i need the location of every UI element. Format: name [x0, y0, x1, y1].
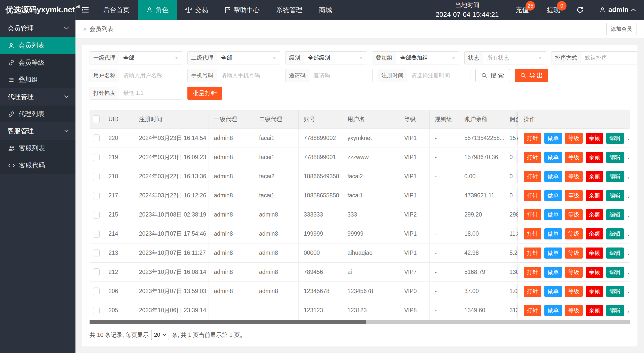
inject-button[interactable]: 打针	[524, 171, 541, 182]
more-actions-button[interactable]: ...	[627, 268, 630, 276]
phone-input[interactable]: 请输入手机号码	[217, 69, 280, 82]
balance-button[interactable]: 余额	[586, 133, 603, 144]
balance-button[interactable]: 余额	[586, 248, 603, 259]
level-button[interactable]: 等级	[565, 305, 583, 316]
row-checkbox[interactable]	[93, 249, 100, 257]
select-all-checkbox[interactable]	[93, 115, 100, 123]
status-select[interactable]: 所有状态▼	[483, 52, 546, 64]
horizontal-scrollbar[interactable]	[90, 320, 630, 324]
refresh-button[interactable]	[569, 0, 591, 20]
order-button[interactable]: 做单	[544, 171, 562, 182]
username-input[interactable]: 请输入用户名称	[119, 69, 182, 82]
nav-item-trade[interactable]: 交易	[177, 0, 216, 20]
more-actions-button[interactable]: ...	[627, 211, 630, 219]
edit-button[interactable]: 编辑	[606, 171, 624, 182]
level-button[interactable]: 等级	[565, 228, 583, 239]
level-button[interactable]: 等级	[565, 133, 583, 144]
order-button[interactable]: 做单	[544, 305, 562, 316]
search-button[interactable]: 搜 索	[475, 69, 510, 82]
inject-button[interactable]: 打针	[524, 133, 541, 144]
level-button[interactable]: 等级	[565, 190, 583, 201]
collapse-sidebar-button[interactable]	[75, 0, 95, 20]
sidebar-group-member-mgmt[interactable]: 会员管理	[0, 20, 75, 37]
row-checkbox[interactable]	[93, 192, 100, 199]
more-actions-button[interactable]: ...	[627, 306, 630, 314]
edit-button[interactable]: 编辑	[606, 209, 624, 220]
balance-button[interactable]: 余额	[586, 228, 603, 239]
edit-button[interactable]: 编辑	[606, 190, 624, 201]
more-actions-button[interactable]: ...	[627, 172, 630, 180]
batch-inject-button[interactable]: 批量打针	[187, 87, 222, 100]
level-button[interactable]: 等级	[565, 248, 583, 259]
sidebar-item-service-list[interactable]: 客服列表	[0, 139, 75, 157]
level-select[interactable]: 全部级别▼	[304, 52, 367, 64]
order-button[interactable]: 做单	[544, 248, 562, 259]
inject-button[interactable]: 打针	[524, 305, 541, 316]
page-size-select[interactable]: 20	[151, 330, 169, 340]
balance-button[interactable]: 余额	[586, 152, 603, 163]
balance-button[interactable]: 余额	[586, 190, 603, 201]
inject-button[interactable]: 打针	[524, 152, 541, 163]
order-button[interactable]: 做单	[544, 133, 562, 144]
reg-time-input[interactable]: 请选择注册时间	[407, 69, 470, 82]
balance-button[interactable]: 余额	[586, 305, 603, 316]
edit-button[interactable]: 编辑	[606, 286, 624, 297]
order-button[interactable]: 做单	[544, 190, 562, 201]
edit-button[interactable]: 编辑	[606, 152, 624, 163]
level-button[interactable]: 等级	[565, 209, 583, 220]
nav-item-dashboard[interactable]: 后台首页	[95, 0, 138, 20]
edit-button[interactable]: 编辑	[606, 305, 624, 316]
row-checkbox[interactable]	[93, 173, 100, 180]
level-button[interactable]: 等级	[565, 152, 583, 163]
sidebar-group-agent-mgmt[interactable]: 代理管理	[0, 88, 75, 105]
row-checkbox[interactable]	[93, 154, 100, 161]
order-button[interactable]: 做单	[544, 286, 562, 297]
more-actions-button[interactable]: ...	[627, 249, 630, 257]
inject-button[interactable]: 打针	[524, 286, 541, 297]
level-button[interactable]: 等级	[565, 171, 583, 182]
row-checkbox[interactable]	[93, 230, 100, 238]
more-actions-button[interactable]: ...	[627, 192, 630, 199]
order-button[interactable]: 做单	[544, 267, 562, 278]
sidebar-item-stack-group[interactable]: 叠加组	[0, 71, 75, 88]
balance-button[interactable]: 余额	[586, 286, 603, 297]
sidebar-group-service-mgmt[interactable]: 客服管理	[0, 122, 75, 139]
agent2-select[interactable]: 全部▼	[217, 52, 280, 64]
inject-button[interactable]: 打针	[524, 228, 541, 239]
row-checkbox[interactable]	[93, 268, 100, 276]
stack-group-select[interactable]: 全部叠加组▼	[396, 52, 459, 64]
row-checkbox[interactable]	[93, 307, 100, 314]
edit-button[interactable]: 编辑	[606, 248, 624, 259]
more-actions-button[interactable]: ...	[627, 230, 630, 238]
scrollbar-thumb[interactable]	[90, 320, 366, 324]
add-member-button[interactable]: 添加会员	[606, 23, 636, 35]
nav-item-roles[interactable]: 角色	[138, 0, 177, 20]
sidebar-item-service-code[interactable]: 客服代码	[0, 157, 75, 174]
export-button[interactable]: 导 出	[515, 69, 548, 82]
order-button[interactable]: 做单	[544, 209, 562, 220]
balance-button[interactable]: 余额	[586, 209, 603, 220]
edit-button[interactable]: 编辑	[606, 267, 624, 278]
recharge-button[interactable]: 充值 25	[506, 0, 538, 20]
sidebar-item-member-level[interactable]: 会员等级	[0, 54, 75, 71]
more-actions-button[interactable]: ...	[627, 153, 630, 161]
invite-code-input[interactable]: 邀请码	[309, 69, 372, 82]
inject-button[interactable]: 打针	[524, 190, 541, 201]
level-button[interactable]: 等级	[565, 267, 583, 278]
agent1-select[interactable]: 全部▼	[119, 52, 182, 64]
more-actions-button[interactable]: ...	[627, 134, 630, 142]
row-checkbox[interactable]	[93, 211, 100, 219]
withdraw-button[interactable]: 提现 0	[538, 0, 569, 20]
row-checkbox[interactable]	[93, 134, 100, 142]
user-menu[interactable]: admin	[591, 0, 644, 20]
order-button[interactable]: 做单	[544, 228, 562, 239]
order-button[interactable]: 做单	[544, 152, 562, 163]
balance-button[interactable]: 余额	[586, 267, 603, 278]
level-button[interactable]: 等级	[565, 286, 583, 297]
nav-item-mall[interactable]: 商城	[311, 0, 340, 20]
edit-button[interactable]: 编辑	[606, 133, 624, 144]
balance-button[interactable]: 余额	[586, 171, 603, 182]
more-actions-button[interactable]: ...	[627, 287, 630, 295]
edit-button[interactable]: 编辑	[606, 228, 624, 239]
nav-item-help-center[interactable]: 帮助中心	[216, 0, 268, 20]
